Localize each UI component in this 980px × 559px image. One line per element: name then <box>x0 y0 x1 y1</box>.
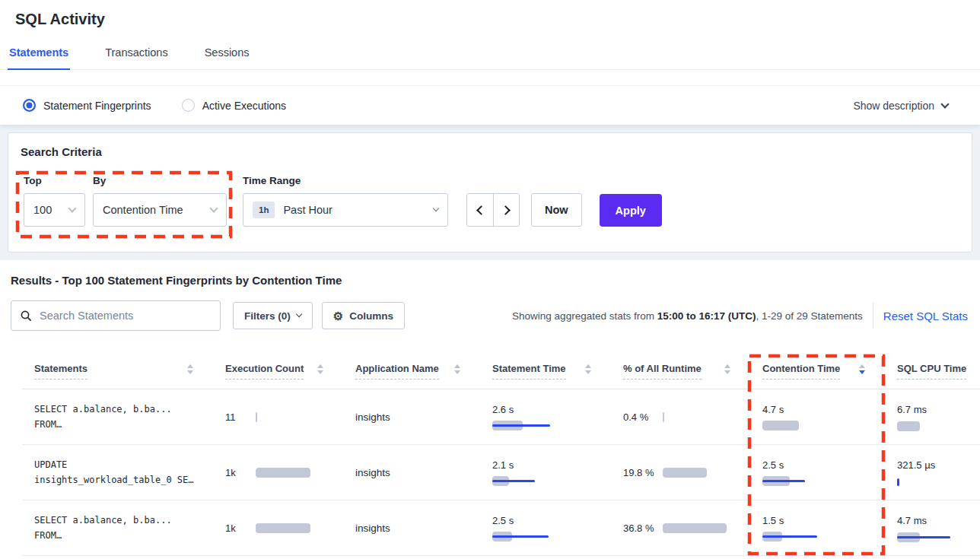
criteria-row: Top 100 By Contention Time Time Range <box>21 175 959 227</box>
radio-active-executions[interactable]: Active Executions <box>182 99 287 112</box>
runtime-pct-cell: 36.8 % <box>611 500 750 556</box>
column-header-application-name[interactable]: Application Name <box>343 351 480 389</box>
filters-button[interactable]: Filters (0) <box>233 302 313 329</box>
sort-icons[interactable] <box>317 364 323 374</box>
tab-bar: Statements Transactions Sessions <box>0 40 980 70</box>
column-header-statements[interactable]: Statements <box>22 351 213 389</box>
statement-time-cell: 2.5 s <box>480 500 611 556</box>
page-header: SQL Activity <box>0 0 980 28</box>
chevron-down-icon <box>433 205 439 211</box>
statement-time-cell: 2.1 s <box>480 445 611 500</box>
tab-transactions[interactable]: Transactions <box>103 40 169 69</box>
search-statements-input[interactable] <box>40 310 211 322</box>
top-value: 100 <box>33 204 52 216</box>
apply-button[interactable]: Apply <box>600 194 662 227</box>
runtime-pct-bar <box>663 468 733 478</box>
stats-time-range: 15:00 to 16:17 (UTC) <box>657 310 756 322</box>
columns-label: Columns <box>349 310 393 322</box>
chevron-down-icon <box>296 311 302 317</box>
contention-time-cell: 4.7 s <box>750 389 885 445</box>
search-statements-box[interactable] <box>11 300 221 331</box>
contention-time-cell: 2.5 s <box>750 445 885 500</box>
sql-cpu-time-cell: 4.7 ms <box>885 500 980 556</box>
contention-time-bar <box>762 421 846 430</box>
statement-time-bar <box>492 476 576 486</box>
by-select[interactable]: Contention Time <box>93 193 227 227</box>
column-header-execution-count[interactable]: Execution Count <box>213 351 343 389</box>
time-range-group: Time Range 1h Past Hour <box>243 175 448 227</box>
execution-count-bar <box>256 468 310 478</box>
columns-button[interactable]: ⚙ Columns <box>322 302 405 329</box>
top-select[interactable]: 100 <box>24 193 85 227</box>
show-description-toggle[interactable]: Show description <box>853 100 957 112</box>
statement-time-cell: 2.6 s <box>480 389 611 445</box>
by-label: By <box>93 175 227 186</box>
time-nav-group <box>466 193 520 227</box>
radio-statement-fingerprints[interactable]: Statement Fingerprints <box>23 99 151 112</box>
statements-table: Statements Execution Count Application N… <box>22 351 969 556</box>
tab-statements[interactable]: Statements <box>8 40 70 70</box>
next-time-button[interactable] <box>493 194 519 226</box>
execution-count-cell: 1k <box>213 445 343 500</box>
gear-icon: ⚙ <box>333 310 343 322</box>
application-name-cell: insights <box>343 500 480 556</box>
execution-count-bar <box>256 412 257 422</box>
sql-cpu-time-cell: 321.5 µs <box>885 445 980 500</box>
column-header-statement-time[interactable]: Statement Time <box>480 351 611 389</box>
execution-count-cell: 11 <box>213 389 343 445</box>
search-criteria-card: Search Criteria Top 100 By Contention Ti… <box>8 132 972 253</box>
column-header-contention-time[interactable]: Contention Time <box>750 351 885 389</box>
previous-time-button[interactable] <box>467 194 493 226</box>
statement-link[interactable]: SELECT a.balance, b.ba... FROM… <box>22 389 213 445</box>
statement-time-bar <box>492 421 576 430</box>
sql-cpu-time-cell: 6.7 ms <box>885 389 980 445</box>
radio-unselected-icon[interactable] <box>182 99 195 112</box>
sort-icons[interactable] <box>585 364 591 374</box>
filters-label: Filters (0) <box>244 310 291 322</box>
statement-link[interactable]: UPDATE insights_workload_table_0 SE… <box>22 445 213 500</box>
search-criteria-band: Search Criteria Top 100 By Contention Ti… <box>0 125 980 260</box>
application-name-cell: insights <box>343 389 480 445</box>
runtime-pct-bar <box>663 412 733 422</box>
statement-link[interactable]: SELECT a.balance, b.ba... FROM… <box>22 500 213 556</box>
contention-time-cell: 1.5 s <box>750 500 885 556</box>
now-button[interactable]: Now <box>531 193 582 227</box>
sql-cpu-time-bar <box>897 421 980 431</box>
tab-sessions[interactable]: Sessions <box>203 40 251 69</box>
by-field-group: By Contention Time <box>93 175 227 227</box>
search-icon <box>21 310 32 322</box>
time-range-badge: 1h <box>253 202 275 218</box>
chevron-down-icon <box>68 204 76 212</box>
execution-count-bar <box>256 523 310 533</box>
chevron-right-icon <box>501 205 511 215</box>
sort-icons[interactable] <box>724 364 730 374</box>
contention-time-bar <box>762 532 846 542</box>
runtime-pct-cell: 0.4 % <box>611 389 750 445</box>
aggregated-stats-text: Showing aggregated stats from 15:00 to 1… <box>512 310 863 322</box>
sql-cpu-time-bar <box>897 477 980 487</box>
application-name-cell: insights <box>343 445 480 500</box>
column-header-runtime-pct[interactable]: % of All Runtime <box>611 351 750 389</box>
chevron-left-icon <box>476 205 486 215</box>
runtime-pct-cell: 19.8 % <box>611 445 750 500</box>
radio-label: Statement Fingerprints <box>43 100 151 112</box>
chevron-down-icon <box>940 100 949 108</box>
radio-selected-icon[interactable] <box>23 99 36 112</box>
page-title: SQL Activity <box>15 11 965 28</box>
top-label: Top <box>24 175 85 186</box>
by-value: Contention Time <box>103 204 183 216</box>
results-toolbar: Filters (0) ⚙ Columns Showing aggregated… <box>11 300 969 331</box>
radio-label: Active Executions <box>202 100 287 112</box>
sort-icons-active-desc[interactable] <box>859 364 865 374</box>
reset-sql-stats-link[interactable]: Reset SQL Stats <box>883 310 968 322</box>
sort-icons[interactable] <box>187 364 193 374</box>
show-description-label: Show description <box>853 100 934 112</box>
column-header-sql-cpu-time[interactable]: SQL CPU Time <box>885 351 980 389</box>
toolbar-divider <box>873 303 873 329</box>
time-range-select[interactable]: 1h Past Hour <box>243 193 448 227</box>
runtime-pct-bar <box>663 523 733 533</box>
sort-icons[interactable] <box>454 364 460 374</box>
time-range-label: Time Range <box>243 175 448 186</box>
search-criteria-heading: Search Criteria <box>21 145 959 158</box>
results-heading: Results - Top 100 Statement Fingerprints… <box>11 274 969 287</box>
